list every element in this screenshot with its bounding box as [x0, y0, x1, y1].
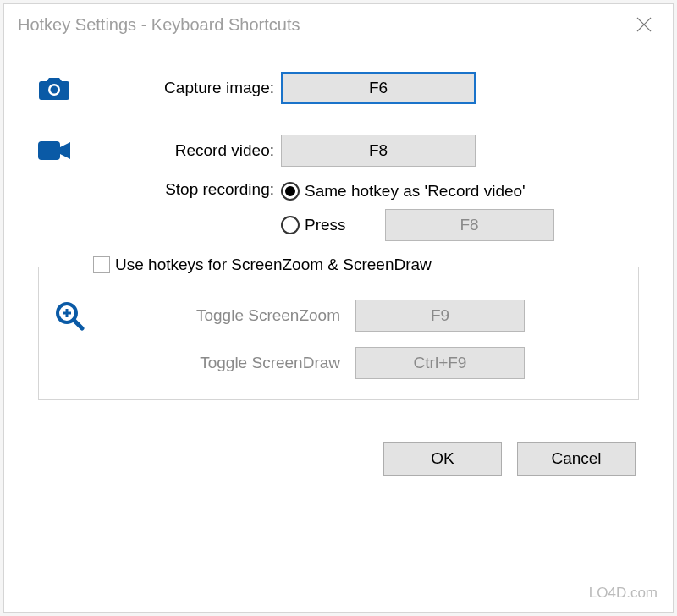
watermark: LO4D.com [589, 585, 658, 602]
toggle-screenzoom-label: Toggle ScreenZoom [102, 306, 355, 325]
record-video-row: Record video: F8 [38, 135, 639, 167]
close-icon [636, 17, 652, 32]
close-button[interactable] [625, 6, 663, 43]
radio-same-row[interactable]: Same hotkey as 'Record video' [281, 182, 639, 201]
toggle-screendraw-hotkey: Ctrl+F9 [355, 347, 525, 379]
titlebar: Hotkey Settings - Keyboard Shortcuts [4, 4, 673, 45]
record-video-label: Record video: [99, 141, 281, 160]
capture-image-label: Capture image: [99, 79, 281, 97]
radio-press-label: Press [305, 216, 346, 234]
toggle-screenzoom-row: Toggle ScreenZoom F9 [54, 300, 623, 332]
radio-same-hotkey[interactable] [281, 182, 300, 201]
separator [38, 426, 639, 426]
dialog-content: Capture image: F6 Record video: F8 Stop … [4, 45, 673, 476]
toggle-screenzoom-hotkey: F9 [355, 300, 525, 332]
screenzoom-checkbox[interactable] [93, 256, 110, 273]
radio-same-label: Same hotkey as 'Record video' [305, 182, 526, 201]
stop-recording-row: Stop recording: Same hotkey as 'Record v… [38, 179, 639, 241]
cancel-button[interactable]: Cancel [517, 442, 636, 476]
radio-press-row[interactable]: Press F8 [281, 209, 639, 241]
hotkey-settings-dialog: Hotkey Settings - Keyboard Shortcuts Cap… [3, 3, 674, 613]
svg-point-3 [51, 86, 58, 94]
zoom-in-icon [54, 300, 85, 331]
camera-icon [38, 74, 70, 102]
stop-recording-label: Stop recording: [99, 179, 281, 199]
dialog-title: Hotkey Settings - Keyboard Shortcuts [18, 15, 625, 35]
stop-press-hotkey: F8 [385, 209, 554, 241]
capture-image-hotkey[interactable]: F6 [281, 72, 476, 104]
ok-button[interactable]: OK [383, 442, 502, 476]
screenzoom-checkbox-row[interactable]: Use hotkeys for ScreenZoom & ScreenDraw [88, 256, 437, 274]
toggle-screendraw-row: Toggle ScreenDraw Ctrl+F9 [54, 347, 623, 379]
video-camera-icon [38, 140, 72, 162]
toggle-screendraw-label: Toggle ScreenDraw [102, 354, 355, 372]
svg-line-6 [74, 320, 82, 328]
screenzoom-group: Use hotkeys for ScreenZoom & ScreenDraw … [38, 267, 639, 400]
svg-rect-4 [38, 141, 60, 160]
record-video-hotkey[interactable]: F8 [281, 135, 476, 167]
screenzoom-checkbox-label: Use hotkeys for ScreenZoom & ScreenDraw [115, 256, 432, 274]
radio-press[interactable] [281, 216, 300, 234]
capture-image-row: Capture image: F6 [38, 72, 639, 104]
button-row: OK Cancel [38, 442, 639, 476]
